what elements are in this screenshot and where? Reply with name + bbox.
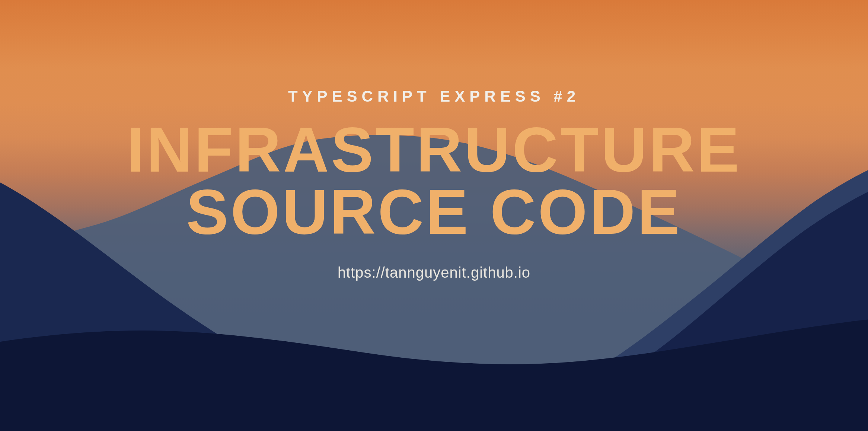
hero-content: TYPESCRIPT EXPRESS #2 INFRASTRUCTURE SOU… (0, 0, 868, 431)
site-url: https://tannguyenit.github.io (338, 264, 530, 281)
main-title: INFRASTRUCTURE SOURCE CODE (127, 119, 741, 243)
kicker-text: TYPESCRIPT EXPRESS #2 (288, 87, 580, 105)
title-line-1: INFRASTRUCTURE (127, 119, 741, 181)
title-line-2: SOURCE CODE (127, 181, 741, 243)
